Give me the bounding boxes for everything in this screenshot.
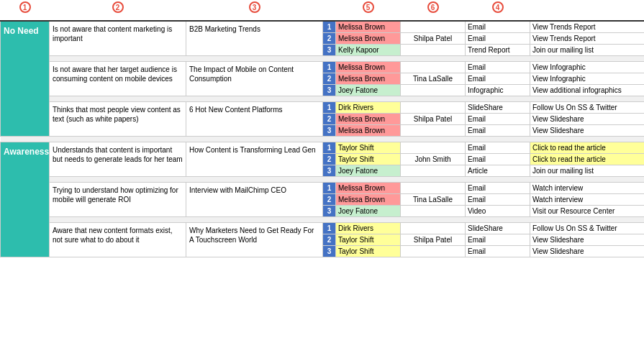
content-topic-cell: Interview with MailChimp CEO [186,183,323,217]
spacer-row [1,96,645,102]
spacer-cell [50,217,645,223]
header-cta [530,14,645,21]
header-sales-expert [401,14,466,21]
spacer-row [1,177,645,183]
sales-expert-cell: Tina LaSalle [401,194,466,206]
row-number-cell: 2 [323,33,336,45]
author-cell: Kelly Kapoor [336,45,401,56]
author-cell: Taylor Shift [336,154,401,165]
sales-expert-cell: John Smith [401,154,466,165]
author-cell: Taylor Shift [336,246,401,257]
author-cell: Joey Fatone [336,206,401,217]
author-cell: Taylor Shift [336,142,401,154]
spacer-cell [50,56,645,62]
row-number-cell: 1 [323,223,336,234]
col-num-empty [323,0,336,14]
content-type-cell: Video [466,206,530,217]
col-num-4: 4 [466,0,530,14]
content-topic-cell: 6 Hot New Content Platforms [186,102,323,137]
content-type-cell: Email [466,125,530,137]
row-number-cell: 3 [323,206,336,217]
consideration-cell: Trying to understand how optimizing for … [50,183,186,217]
content-type-cell: Email [466,142,530,154]
cta-cell: Follow Us On SS & Twitter [530,102,645,114]
table-row: Thinks that most people view content as … [1,102,645,114]
author-cell: Melissa Brown [336,114,401,125]
author-cell: Joey Fatone [336,85,401,96]
cta-cell: View Infographic [530,73,645,85]
content-type-cell: Email [466,194,530,206]
content-type-cell: Email [466,234,530,246]
author-cell: Melissa Brown [336,125,401,137]
cta-cell: View Trends Report [530,33,645,45]
col-num-3: 3 [186,0,323,14]
col-num-1: 1 [1,0,50,14]
header-buyer-consideration [50,14,186,21]
group-spacer-cell [1,137,645,142]
row-number-cell: 3 [323,125,336,137]
content-type-cell: Email [466,62,530,73]
table-body: No NeedIs not aware that content marketi… [1,21,645,257]
col-num-cta [530,0,645,14]
cta-cell: View Slideshare [530,234,645,246]
header-empty [323,14,336,21]
row-number-cell: 3 [323,45,336,56]
row-number-cell: 3 [323,246,336,257]
table-row: Aware that new content formats exist, no… [1,223,645,234]
author-cell: Melissa Brown [336,194,401,206]
cta-cell: View additional infographics [530,85,645,96]
column-headers-row [1,14,645,21]
content-type-cell: Email [466,114,530,125]
col-num-6: 6 [401,0,466,14]
author-cell: Melissa Brown [336,183,401,194]
sales-expert-cell [401,246,466,257]
content-type-cell: SlideShare [466,223,530,234]
author-cell: Melissa Brown [336,62,401,73]
spacer-row [1,217,645,223]
col-num-5: 5 [336,0,401,14]
cta-cell: Watch interview [530,194,645,206]
author-cell: Melissa Brown [336,73,401,85]
consideration-cell: Aware that new content formats exist, no… [50,223,186,257]
author-cell: Melissa Brown [336,33,401,45]
content-type-cell: Email [466,183,530,194]
header-content-type [466,14,530,21]
sales-expert-cell [401,102,466,114]
content-topic-cell: Why Marketers Need to Get Ready For A To… [186,223,323,257]
cta-cell: Join our mailing list [530,45,645,56]
cta-cell: Follow Us On SS & Twitter [530,223,645,234]
row-number-cell: 1 [323,62,336,73]
row-number-cell: 2 [323,73,336,85]
consideration-cell: Thinks that most people view content as … [50,102,186,137]
row-number-cell: 2 [323,114,336,125]
spacer-cell [50,177,645,183]
col-num-2: 2 [50,0,186,14]
sales-expert-cell [401,223,466,234]
table-row: Trying to understand how optimizing for … [1,183,645,194]
author-cell: Joey Fatone [336,165,401,177]
content-type-cell: Article [466,165,530,177]
cta-cell: View Infographic [530,62,645,73]
sales-expert-cell [401,85,466,96]
content-type-cell: Email [466,154,530,165]
sales-expert-cell [401,165,466,177]
table-row: AwarenessUnderstands that content is imp… [1,142,645,154]
spacer-cell [50,96,645,102]
row-number-cell: 2 [323,194,336,206]
cta-cell: Click to read the article [530,154,645,165]
consideration-cell: Is not aware that content marketing is i… [50,21,186,56]
cta-cell: Visit our Resource Center [530,206,645,217]
author-cell: Dirk Rivers [336,223,401,234]
row-number-cell: 1 [323,183,336,194]
consideration-cell: Is not aware that her target audience is… [50,62,186,96]
content-topic-cell: How Content is Transforming Lead Gen [186,142,323,177]
group-spacer-row [1,137,645,142]
content-topic-cell: B2B Marketing Trends [186,21,323,56]
table-row: No NeedIs not aware that content marketi… [1,21,645,33]
row-number-cell: 2 [323,234,336,246]
sales-expert-cell [401,206,466,217]
cta-cell: View Slideshare [530,246,645,257]
stage-cell: Awareness [1,142,50,257]
content-type-cell: Trend Report [466,45,530,56]
content-type-cell: Email [466,21,530,33]
